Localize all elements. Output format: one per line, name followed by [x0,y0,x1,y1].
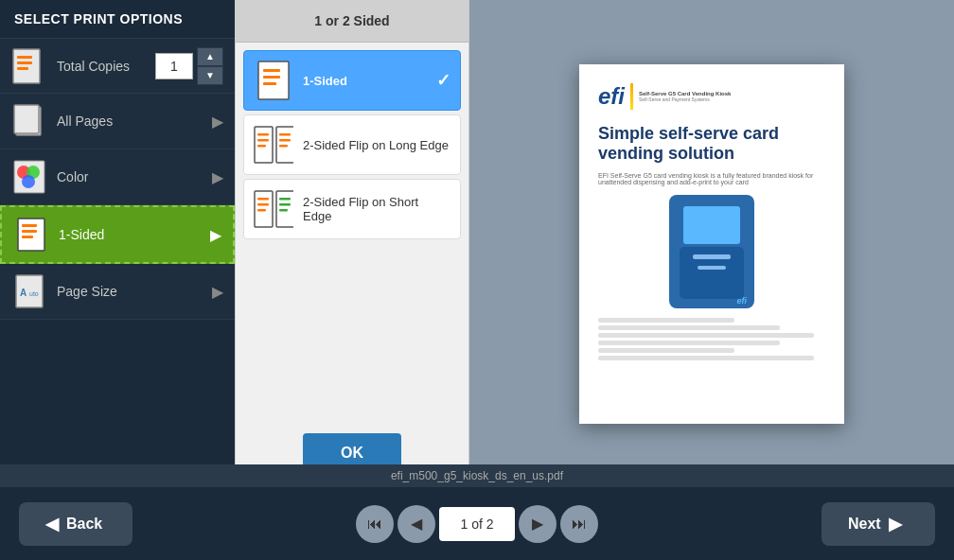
copies-icon [11,48,47,84]
machine-body [680,247,744,299]
copies-down-button[interactable]: ▼ [197,66,223,85]
option-1-sided[interactable]: 1-Sided ✓ [243,50,461,111]
main-container: SELECT PRINT OPTIONS Total Copies [0,0,954,487]
efi-doc-header: efi Self-Serve G5 Card Vending Kiosk Sel… [598,83,825,110]
option-1-sided-icon [254,61,293,100]
last-page-button[interactable]: ⏭ [560,505,598,543]
prev-page-button[interactable]: ◀ [398,505,435,543]
doc-subtitle: EFI Self-Serve G5 card vending kiosk is … [598,172,825,185]
dropdown-title: 1 or 2 Sided [314,13,389,28]
option-1-sided-check: ✓ [436,70,450,91]
svg-rect-3 [17,67,28,70]
svg-rect-20 [263,82,276,85]
svg-rect-19 [263,76,280,79]
color-icon [11,159,47,195]
dropdown-panel: 1 or 2 Sided 1-Sided ✓ [235,0,469,487]
back-button[interactable]: ◀ Back [19,502,132,546]
svg-rect-28 [279,145,288,148]
pages-stack-icon [12,103,46,139]
machine-image-area: efi [598,195,825,308]
doc-title: Simple self-serve card vending solution [598,124,825,165]
dropdown-options: 1-Sided ✓ [236,43,468,419]
sidebar-item-all-pages[interactable]: All Pages ▶ [0,94,235,149]
filename-bar: efi_m500_g5_kiosk_ds_en_us.pdf [0,464,954,487]
svg-rect-1 [17,56,32,59]
page-size-document-icon: A uto [12,273,46,309]
option-2-sided-long-icon [254,125,293,165]
efi-logo-bar [630,83,633,110]
efi-tag1: Self-Serve G5 Card Vending Kiosk [639,91,731,96]
svg-rect-35 [279,203,291,206]
svg-point-9 [22,175,35,188]
svg-rect-27 [279,139,291,142]
svg-rect-11 [22,224,37,227]
svg-rect-24 [257,145,266,148]
sided-arrow: ▶ [210,226,221,244]
copies-up-button[interactable]: ▲ [197,47,223,66]
one-sided-icon [14,217,48,253]
svg-rect-30 [257,198,269,201]
color-swatch-icon [12,159,46,195]
copies-input[interactable] [155,53,193,79]
next-label: Next [848,516,881,533]
sidebar-item-color[interactable]: Color ▶ [0,149,235,205]
page-size-icon: A uto [11,273,47,309]
doc-line-3 [598,333,814,338]
bottom-bar: ◀ Back ⏮ ◀ 1 of 2 ▶ ⏭ Next ▶ [0,487,954,560]
page-document-icon [11,48,45,84]
option-2-sided-short[interactable]: 2-Sided Flip on Short Edge [243,179,461,239]
machine-brand: efi [736,296,747,306]
sidebar-header: SELECT PRINT OPTIONS [0,0,235,39]
dropdown-header: 1 or 2 Sided [236,0,468,43]
page-size-label: Page Size [57,284,212,299]
total-copies-row: Total Copies ▲ ▼ [0,39,235,94]
doc-text-lines [598,318,825,360]
svg-rect-10 [18,219,44,251]
color-arrow: ▶ [212,168,223,186]
sided-label: 1-Sided [59,227,210,242]
sidebar-item-page-size[interactable]: A uto Page Size ▶ [0,264,235,320]
svg-rect-5 [14,105,39,133]
svg-text:uto: uto [29,290,39,297]
svg-rect-22 [257,133,269,136]
sided-icon [13,217,49,253]
svg-rect-18 [263,69,280,72]
doc-line-6 [598,356,814,360]
doc-line-2 [598,325,780,330]
machine-slot2 [698,266,726,270]
option-1-sided-label: 1-Sided [303,74,436,88]
all-pages-icon [11,103,47,139]
page-size-arrow: ▶ [212,283,223,301]
machine-slot [693,254,731,259]
svg-rect-2 [17,61,32,64]
efi-tag-block: Self-Serve G5 Card Vending Kiosk Self-Se… [639,91,731,102]
all-pages-arrow: ▶ [212,113,223,131]
doc-line-5 [598,348,734,353]
page-display: 1 of 2 [460,516,493,532]
total-copies-label: Total Copies [57,59,155,74]
sidebar-title: SELECT PRINT OPTIONS [14,11,183,26]
next-arrow-icon: ▶ [889,514,902,534]
preview-document: efi Self-Serve G5 Card Vending Kiosk Sel… [579,64,844,424]
back-label: Back [66,516,102,533]
efi-logo-text: efi [598,83,625,110]
svg-rect-0 [13,49,40,83]
copies-spinners: ▲ ▼ [197,47,223,85]
next-button[interactable]: Next ▶ [822,502,935,546]
doc-line-4 [598,341,780,345]
option-2-sided-long[interactable]: 2-Sided Flip on Long Edge [243,114,461,175]
first-page-button[interactable]: ⏮ [356,505,394,543]
back-arrow-icon: ◀ [45,514,59,534]
svg-rect-26 [279,133,291,136]
svg-rect-13 [22,236,33,238]
next-page-button[interactable]: ▶ [519,505,556,543]
option-2-sided-long-label: 2-Sided Flip on Long Edge [303,138,450,152]
option-2-sided-short-icon [254,189,293,229]
doc-line-1 [598,318,734,323]
sidebar-item-sided[interactable]: 1-Sided ▶ [0,205,235,264]
machine-screen [683,206,740,244]
svg-rect-23 [257,139,269,142]
svg-rect-34 [279,198,291,201]
page-indicator: 1 of 2 [439,507,515,541]
pagination-controls: ⏮ ◀ 1 of 2 ▶ ⏭ [356,505,598,543]
